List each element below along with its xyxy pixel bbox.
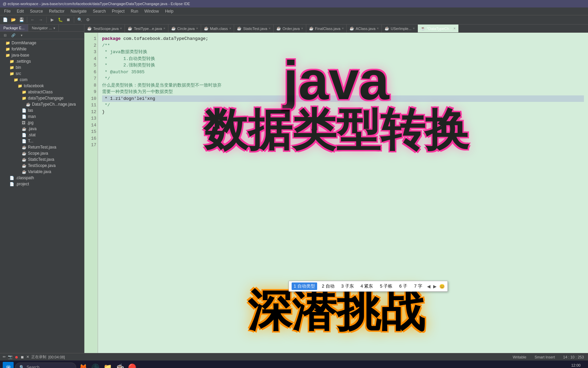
editor-tab[interactable]: ☕ StaticTest.java ×: [234, 25, 274, 32]
navigator-tab-icon: ▾: [53, 26, 55, 30]
line-number: 14: [86, 122, 96, 129]
editor-tab[interactable]: ☕ Math.class ×: [201, 25, 234, 32]
tb-run[interactable]: ▶: [48, 16, 56, 24]
ime-candidate[interactable]: 7 字: [412, 282, 424, 290]
ime-candidate[interactable]: 5 子栋: [378, 282, 394, 290]
taskbar-media[interactable]: 🔴: [127, 362, 137, 368]
tb-save[interactable]: 💾: [18, 16, 25, 24]
tree-item[interactable]: 📁 src: [0, 71, 84, 77]
editor-tab[interactable]: ☕ FinalClass.java ×: [306, 25, 347, 32]
ime-emoji[interactable]: 😊: [439, 284, 445, 289]
tb-open[interactable]: 📂: [10, 16, 17, 24]
tree-item[interactable]: 📁 bin: [0, 64, 84, 71]
editor-tab[interactable]: ☕ TestType...e.java ×: [125, 25, 168, 32]
tb-search[interactable]: 🔍: [76, 16, 83, 24]
tab-close[interactable]: ×: [413, 27, 415, 30]
tree-item[interactable]: 📁 com: [0, 77, 84, 83]
menu-navigate[interactable]: Navigate: [68, 8, 89, 14]
editor-tab[interactable]: ☕ Order.java ×: [274, 25, 306, 32]
tree-item-label: .stat: [28, 133, 36, 137]
main-layout: Package E... Navigator ... ▾ ⊟ 🔗 ▾ 📁 Dor…: [0, 25, 588, 353]
tree-item[interactable]: 📁 abstractClass: [0, 89, 84, 95]
tree-item[interactable]: ☕ Variable.java: [0, 169, 84, 175]
tree-item[interactable]: 📁 .settings: [0, 58, 84, 64]
tab-icon: ☕: [421, 26, 425, 31]
tb-new[interactable]: 📄: [1, 16, 9, 24]
tree-item[interactable]: 📄 T...: [0, 138, 84, 144]
ime-candidate[interactable]: 4 紧东: [359, 282, 375, 290]
sidebar-tab-navigator[interactable]: Navigator ... ▾: [28, 25, 59, 31]
tree-item[interactable]: 📁 forWhile: [0, 46, 84, 52]
menu-refactor[interactable]: Refactor: [46, 8, 67, 14]
tab-icon: ☕: [237, 26, 242, 31]
ime-candidate[interactable]: 1 自动类型: [292, 282, 317, 290]
sidebar-collapse-all[interactable]: ⊟: [1, 32, 9, 39]
tb-debug[interactable]: 🐛: [56, 16, 64, 24]
tree-item[interactable]: ☕ .java: [0, 126, 84, 132]
tree-item[interactable]: ☕ StaticTest.java: [0, 156, 84, 163]
menu-file[interactable]: File: [1, 8, 13, 14]
sidebar-link-editor[interactable]: 🔗: [10, 32, 17, 39]
tree-item[interactable]: 📁 DormManage: [0, 40, 84, 46]
tab-close[interactable]: ×: [454, 27, 456, 30]
tree-item[interactable]: 📄 .project: [0, 181, 84, 187]
sidebar-view-menu[interactable]: ▾: [18, 32, 25, 39]
ime-candidate[interactable]: 3 子东: [339, 282, 356, 290]
tree-item[interactable]: ☕ DataTypeCh...nage.java: [0, 101, 84, 107]
windows-start-button[interactable]: ⊞: [3, 362, 14, 368]
tree-item[interactable]: 📁 dataTypeChangage: [0, 95, 84, 101]
taskbar-search[interactable]: 🔍 Search: [15, 363, 76, 368]
editor-tab[interactable]: ☕ AClass.java ×: [347, 25, 382, 32]
tree-item-label: ReturnTest.java: [28, 145, 56, 150]
tab-close[interactable]: ×: [342, 27, 344, 30]
menu-search[interactable]: Search: [90, 8, 109, 14]
tab-close[interactable]: ×: [163, 27, 165, 30]
tree-item-label: .jpg: [27, 120, 33, 125]
sidebar-tab-package[interactable]: Package E...: [0, 25, 28, 31]
menu-help[interactable]: Help: [162, 8, 176, 14]
line-number: 10: [86, 95, 96, 102]
editor-tab[interactable]: ☕ *DataTypeCh... ×: [418, 25, 458, 32]
tb-back[interactable]: ←: [29, 16, 36, 24]
taskbar-app[interactable]: ☕: [114, 362, 125, 368]
menu-project[interactable]: Project: [109, 8, 127, 14]
tree-item[interactable]: ☕ ReturnTest.java: [0, 144, 84, 150]
ime-next[interactable]: ▶: [433, 284, 437, 289]
tree-item[interactable]: 📄 .classpath: [0, 175, 84, 181]
tree-item[interactable]: 🖼 .jpg: [0, 120, 84, 126]
tab-close[interactable]: ×: [377, 27, 379, 30]
tree-item[interactable]: 📄 man: [0, 113, 84, 120]
code-editor[interactable]: 1234567891011121314151617 package com.to…: [84, 33, 588, 353]
tab-close[interactable]: ×: [229, 27, 231, 30]
tab-close[interactable]: ×: [268, 27, 271, 30]
tab-close[interactable]: ×: [120, 27, 122, 30]
tree-item-label: StaticTest.java: [28, 157, 54, 162]
tb-settings[interactable]: ⚙: [84, 16, 92, 24]
taskbar-explorer[interactable]: 📁: [102, 362, 113, 368]
tb-stop[interactable]: ⏹: [65, 16, 72, 24]
tab-close[interactable]: ×: [196, 27, 198, 30]
tree-item-label: java-base: [12, 53, 29, 58]
tree-item[interactable]: 📁 tofacebook: [0, 83, 84, 89]
menu-run[interactable]: Run: [128, 8, 141, 14]
tree-item[interactable]: ☕ TestScope.java: [0, 163, 84, 169]
tab-close[interactable]: ×: [301, 27, 303, 30]
taskbar-browser-firefox[interactable]: 🦊: [78, 362, 88, 368]
menu-edit[interactable]: Edit: [14, 8, 27, 14]
ime-prev[interactable]: ◀: [427, 284, 430, 289]
tree-item[interactable]: ☕ Scope.java: [0, 150, 84, 156]
code-line: * 2.强制类型转换: [102, 62, 584, 69]
tb-forward[interactable]: →: [37, 16, 45, 24]
ime-candidate[interactable]: 6 子: [397, 282, 409, 290]
menu-source[interactable]: Source: [27, 8, 46, 14]
tree-item[interactable]: 📁 java-base: [0, 52, 84, 58]
ime-candidate[interactable]: 2 自动: [320, 282, 337, 290]
menu-window[interactable]: Window: [142, 8, 162, 14]
tree-item[interactable]: 📄 .stat: [0, 132, 84, 138]
editor-tab[interactable]: ☕ Circle.java ×: [168, 25, 201, 32]
editor-tab[interactable]: ☕ TestScope.java ×: [84, 25, 125, 32]
editor-tab[interactable]: ☕ USerImple... ×: [382, 25, 418, 32]
tree-item[interactable]: 📄 las: [0, 107, 84, 113]
taskbar-eclipse[interactable]: 🌑: [90, 362, 101, 368]
tab-icon: ☕: [171, 26, 176, 31]
